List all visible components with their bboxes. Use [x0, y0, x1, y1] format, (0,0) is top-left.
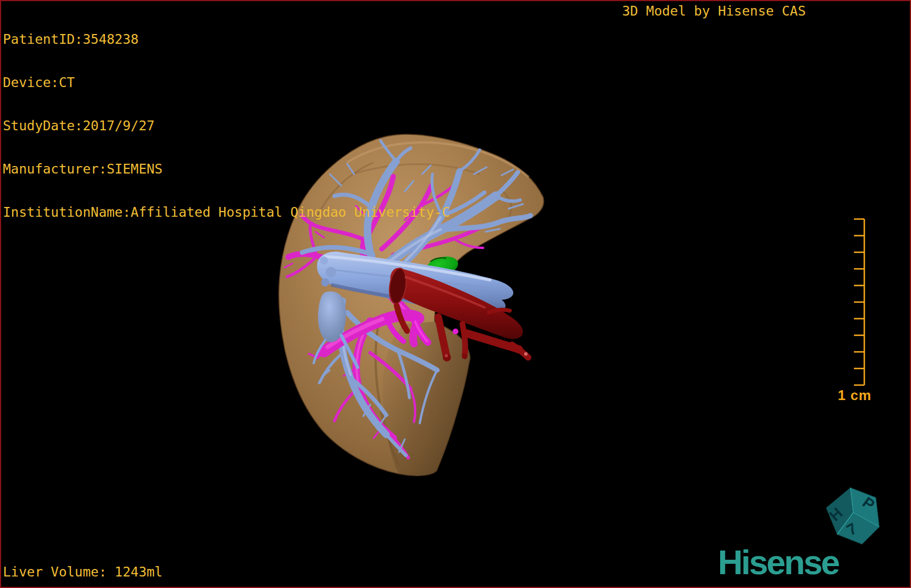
hisense-logo: Hisense — [718, 545, 838, 580]
patient-info-block: PatientID:3548238 Device:CT StudyDate:20… — [3, 3, 450, 248]
scale-ruler: 1 cm — [834, 209, 878, 408]
orientation-cube[interactable]: H P 7 — [822, 484, 885, 548]
ruler-label: 1 cm — [838, 387, 872, 403]
device: Device:CT — [3, 76, 450, 90]
institution-name: InstitutionName:Affiliated Hospital Qing… — [3, 205, 450, 220]
viewer-window: PatientID:3548238 Device:CT StudyDate:20… — [0, 0, 911, 588]
manufacturer: Manufacturer:SIEMENS — [3, 162, 450, 176]
patient-id: PatientID:3548238 — [3, 32, 450, 47]
study-date: StudyDate:2017/9/27 — [3, 119, 450, 133]
ruler-ticks — [854, 219, 864, 385]
watermark-title: 3D Model by Hisense CAS — [622, 4, 806, 18]
liver-volume-label: Liver Volume: 1243ml — [3, 565, 163, 579]
